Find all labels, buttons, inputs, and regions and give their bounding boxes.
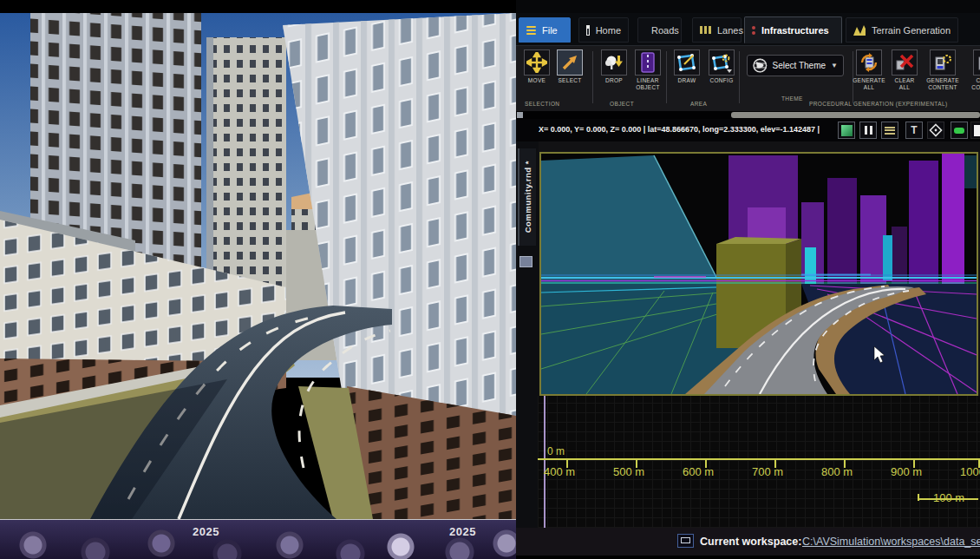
move-button[interactable]: Move	[521, 49, 552, 84]
generate-all-label: Generate All	[850, 77, 888, 92]
select-button[interactable]: Select	[554, 49, 585, 84]
generate-content-icon	[930, 49, 956, 76]
lanes-icon	[700, 26, 711, 34]
layers-icon	[885, 125, 895, 135]
group-label-procedural: Procedural Generation (Experimental)	[809, 101, 947, 107]
draw-label: Draw	[670, 77, 703, 84]
text-toggle[interactable]: T	[905, 122, 923, 139]
horizontal-scrollbar[interactable]	[516, 111, 980, 119]
ruler-tick-label: 1000 m	[960, 465, 980, 478]
scale-bar-cap	[918, 494, 919, 501]
map-view-icon	[841, 125, 853, 136]
group-label-object: Object	[610, 101, 634, 107]
menu-icon	[526, 24, 536, 36]
watermark: 2025	[449, 525, 476, 538]
theme-select[interactable]: Select Theme ▼	[747, 55, 844, 76]
drop-icon	[601, 49, 627, 76]
select-label: Select	[554, 77, 585, 84]
record-toggle[interactable]	[951, 122, 968, 139]
tab-lanes[interactable]: Lanes	[692, 17, 742, 43]
watermark: 2025	[193, 525, 219, 538]
infrastructure-icon	[752, 24, 755, 36]
tab-label: Lanes	[717, 25, 743, 36]
clear-all-icon	[892, 49, 918, 76]
globe-icon	[753, 58, 768, 73]
tab-label: Terrain Generation	[872, 25, 951, 36]
config-label: Config	[703, 77, 740, 84]
tab-label: File	[542, 25, 558, 36]
tab-label: Home	[596, 25, 621, 36]
ruler-tick-label: 700 m	[752, 465, 783, 478]
ruler-tick-label: 500 m	[613, 465, 644, 478]
tab-home[interactable]: Home	[578, 17, 629, 43]
map-view-toggle[interactable]	[838, 122, 855, 139]
application-window: 2025 2025 File Home Roads Lanes	[0, 0, 980, 559]
scrollbar-thumb[interactable]	[731, 112, 980, 118]
clear-content-label: Clear Content	[965, 77, 980, 92]
tab-terrain-generation[interactable]: Terrain Generation	[846, 17, 958, 43]
wireframe-viewport[interactable]	[539, 152, 978, 396]
text-tool-icon: T	[911, 124, 917, 136]
frame-icon	[974, 125, 980, 136]
city-street-render	[0, 13, 516, 519]
document-tab-label: Community.rnd *	[523, 161, 532, 233]
drop-label: Drop	[599, 77, 629, 84]
coordinate-bar: X= 0.000, Y= 0.000, Z= 0.000 | lat=48.86…	[516, 119, 980, 141]
split-view-toggle[interactable]	[859, 122, 877, 139]
move-label: Move	[521, 77, 552, 84]
record-icon	[954, 128, 964, 134]
clear-all-button[interactable]: Clear All	[889, 49, 920, 92]
coordinates-readout: X= 0.000, Y= 0.000, Z= 0.000 | lat=48.86…	[539, 125, 820, 134]
tab-infrastructures[interactable]: Infrastructures	[744, 16, 842, 43]
ruler-tick-label: 900 m	[891, 465, 922, 478]
workspace-path-link[interactable]: C:\AVSimulation\workspaces\data_se	[802, 536, 980, 548]
generate-all-icon	[856, 49, 882, 76]
group-label-area: Area	[690, 101, 707, 107]
layers-toggle[interactable]	[881, 122, 898, 139]
ruler-tick-label: 400 m	[544, 465, 575, 478]
elevation-ruler-panel[interactable]: 0 m 400 m 500 m 600 m 700 m 800 m 900 m …	[538, 396, 980, 528]
document-rail: Community.rnd *	[516, 141, 539, 528]
workspace-icon	[677, 534, 694, 548]
image-icon[interactable]	[519, 256, 532, 267]
scale-label: 100 m	[933, 491, 964, 504]
linear-object-label: Linear Object	[630, 77, 665, 92]
generate-content-button[interactable]: Generate Content	[922, 49, 964, 92]
status-bar: Current workspace: C:\AVSimulation\works…	[516, 528, 980, 556]
workspace-label: Current workspace:	[700, 536, 801, 548]
render-view: 2025 2025	[0, 0, 516, 559]
window-icon	[586, 25, 590, 36]
config-button[interactable]: Config	[703, 49, 740, 84]
wireframe-scene	[541, 154, 977, 394]
tab-roads[interactable]: Roads	[637, 17, 682, 43]
document-tab[interactable]: Community.rnd *	[518, 148, 536, 246]
editor-pane: File Home Roads Lanes Infrastructures Te…	[516, 0, 980, 559]
generate-content-label: Generate Content	[922, 77, 964, 92]
gizmo-toggle[interactable]	[927, 122, 944, 139]
ribbon-tabbar: File Home Roads Lanes Infrastructures Te…	[516, 13, 980, 46]
clear-content-icon	[973, 49, 980, 76]
scrollbar-button[interactable]	[517, 112, 523, 118]
draw-button[interactable]: Draw	[670, 49, 703, 84]
tab-file[interactable]: File	[519, 17, 571, 43]
tab-label: Roads	[651, 25, 679, 36]
linear-object-button[interactable]: Linear Object	[630, 49, 665, 92]
window-edge	[516, 556, 980, 559]
mid-tower	[206, 37, 286, 289]
drop-button[interactable]: Drop	[599, 49, 629, 84]
config-icon	[709, 49, 735, 76]
linear-object-icon	[635, 49, 661, 76]
split-view-icon	[863, 122, 873, 138]
film-strip: 2025 2025	[0, 519, 516, 559]
group-separator	[666, 51, 667, 103]
ruler-tick-label: 800 m	[821, 465, 853, 478]
generate-all-button[interactable]: Generate All	[850, 49, 888, 92]
clear-content-button[interactable]: Clear Content	[965, 49, 980, 92]
station-marker-line	[544, 396, 546, 528]
chevron-down-icon: ▼	[831, 62, 838, 69]
terrain-map-icon	[853, 25, 866, 36]
group-separator	[592, 51, 593, 103]
group-label-theme: Theme	[781, 95, 803, 102]
ribbon: Move Select Drop Linear Object	[516, 46, 980, 111]
frame-toggle[interactable]	[970, 122, 980, 139]
